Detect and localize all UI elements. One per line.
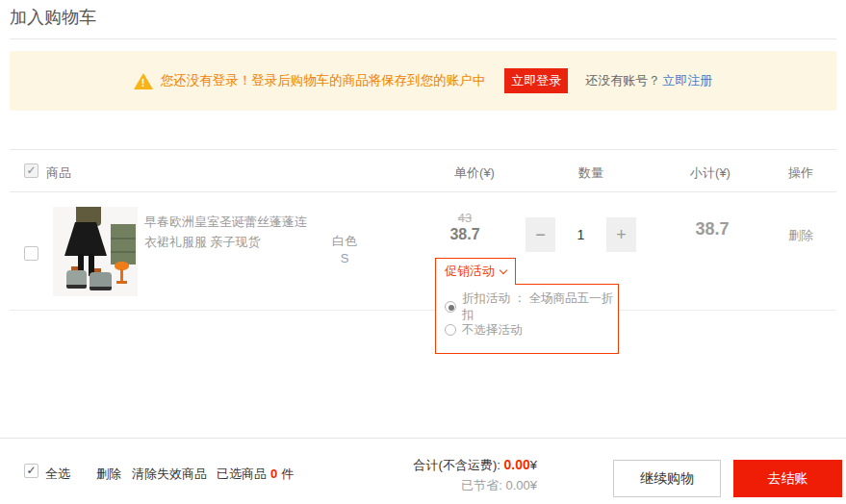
select-all-label[interactable]: 全选 [45, 466, 70, 483]
totals-block: 合计(不含运费): 0.00¥ 已节省: 0.00¥ [414, 455, 537, 495]
warning-exclamation: ! [141, 77, 145, 88]
no-account-text: 还没有账号？ [585, 72, 660, 89]
column-action: 操作 [757, 164, 844, 182]
column-product: 商品 [46, 164, 71, 182]
banner-warning-text: 您还没有登录！登录后购物车的商品将保存到您的账户中 [161, 72, 486, 89]
column-subtotal: 小计(¥) [667, 164, 754, 182]
promotion-option-label: 不选择活动 [462, 322, 523, 339]
product-image[interactable] [53, 207, 138, 296]
warning-icon: ! [134, 73, 153, 89]
radio-unselected-icon[interactable] [445, 324, 456, 336]
promotion-tab-label: 促销活动 [445, 264, 495, 278]
image-shape [66, 270, 87, 289]
select-all-footer-checkbox[interactable]: ✓ [24, 464, 38, 478]
image-shape [116, 281, 127, 284]
selected-count-suffix: 件 [281, 466, 294, 481]
column-unit-price: 单价(¥) [431, 164, 518, 182]
title-divider [10, 38, 836, 39]
register-now-link[interactable]: 立即注册 [662, 72, 712, 89]
total-label: 合计(不含运费): [414, 458, 500, 472]
selected-count-text: 已选商品0件 [217, 466, 294, 483]
total-line: 合计(不含运费): 0.00¥ [414, 455, 537, 475]
delete-item-link[interactable]: 删除 [757, 227, 844, 244]
promotion-dropdown-tab[interactable]: 促销活动 [435, 258, 516, 285]
total-value: 0.00 [504, 457, 530, 472]
image-shape [111, 224, 136, 265]
delete-selected-link[interactable]: 删除 [96, 466, 121, 483]
saved-label: 已节省: [461, 478, 502, 492]
login-banner: ! 您还没有登录！登录后购物车的商品将保存到您的账户中 立即登录 还没有账号？ … [10, 51, 836, 111]
quantity-decrease-button[interactable]: − [526, 217, 555, 252]
saved-line: 已节省: 0.00¥ [414, 475, 537, 495]
product-options: 白色 S [306, 233, 383, 267]
product-size: S [306, 250, 383, 267]
cart-page: 加入购物车 ! 您还没有登录！登录后购物车的商品将保存到您的账户中 立即登录 还… [0, 0, 846, 504]
radio-selected-icon[interactable] [445, 301, 456, 313]
login-now-button[interactable]: 立即登录 [504, 68, 568, 93]
unit-price-cell: 43 38.7 [422, 211, 508, 243]
image-shape [64, 222, 107, 256]
select-all-header-checkbox[interactable]: ✓ [24, 164, 38, 178]
column-quantity: 数量 [548, 164, 634, 182]
current-price: 38.7 [422, 226, 508, 243]
image-shape [111, 251, 136, 253]
promotion-panel: 折扣活动 ： 全场商品五一折扣 不选择活动 [435, 284, 619, 354]
quantity-increase-button[interactable]: + [606, 217, 636, 252]
chevron-down-icon [500, 266, 507, 274]
quantity-input[interactable] [555, 217, 606, 252]
image-shape [111, 238, 136, 239]
subtotal-value: 38.7 [650, 219, 775, 239]
continue-shopping-button[interactable]: 继续购物 [613, 460, 721, 497]
original-price: 43 [422, 211, 508, 225]
promotion-option-label: 折扣活动 ： 全场商品五一折扣 [462, 290, 618, 323]
clear-invalid-link[interactable]: 清除失效商品 [132, 466, 207, 483]
selected-count-prefix: 已选商品 [217, 466, 267, 481]
product-name[interactable]: 早春欧洲皇室圣诞蕾丝蓬蓬连衣裙礼服服 亲子现货 [144, 212, 313, 252]
cart-table-header: ✓ 商品 单价(¥) 数量 小计(¥) 操作 [10, 149, 836, 192]
page-title: 加入购物车 [10, 6, 96, 29]
promotion-option-discount[interactable]: 折扣活动 ： 全场商品五一折扣 [445, 295, 618, 318]
saved-value: 0.00¥ [505, 478, 537, 492]
checkout-button[interactable]: 去结账 [733, 460, 842, 497]
product-color: 白色 [306, 233, 383, 250]
selected-count-value: 0 [270, 466, 277, 481]
quantity-stepper: − + [526, 217, 636, 252]
item-checkbox[interactable] [24, 246, 38, 261]
cart-item-row: 早春欧洲皇室圣诞蕾丝蓬蓬连衣裙礼服服 亲子现货 白色 S 43 38.7 − +… [10, 192, 836, 311]
currency-symbol: ¥ [530, 458, 537, 472]
cart-footer-bar: ✓ 全选 删除 清除失效商品 已选商品0件 合计(不含运费): 0.00¥ 已节… [0, 438, 846, 504]
image-shape [90, 272, 112, 290]
